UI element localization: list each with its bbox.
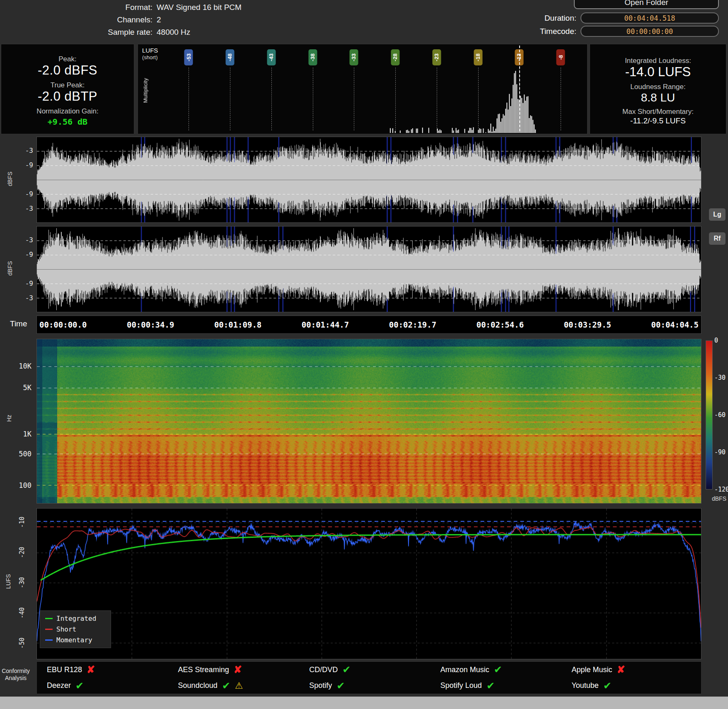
conformity-service-name: AES Streaming: [178, 666, 229, 674]
legend-color-swatch: [45, 639, 53, 641]
time-axis-label: Time: [10, 319, 27, 328]
normalization-gain-value: +9.56 dB: [48, 117, 87, 127]
spec-tick-500: 500: [7, 450, 31, 458]
pass-icon: ✔: [222, 681, 230, 691]
wave-tick: -3: [16, 147, 33, 154]
max-short-momentary-label: Max Short/Momentary:: [622, 108, 694, 116]
duration-label: Duration:: [544, 14, 576, 23]
colorbar-scale: 0 -30 -60 -90 -120: [714, 337, 728, 493]
integrated-loudness-label: Integrated Loudness:: [625, 57, 691, 65]
time-tick: 00:03:29.5: [564, 320, 611, 329]
loudness-range-value: 8.8 LU: [641, 91, 675, 104]
conformity-service-name: Deezer: [47, 681, 71, 690]
max-short-momentary-value: -11.2/-9.5 LUFS: [630, 116, 686, 125]
conformity-item-youtube: Youtube✔: [566, 681, 697, 691]
conformity-item-soundcloud: Soundcloud✔⚠: [172, 681, 304, 691]
conformity-label-line1: Conformity: [2, 668, 30, 675]
duration-display: 00:04:04.518: [580, 12, 719, 24]
lufs-tick: -20: [18, 543, 25, 562]
wave-tick: -9: [16, 190, 33, 198]
fail-icon: ✘: [234, 665, 242, 675]
rf-button[interactable]: Rf: [709, 232, 726, 245]
conformity-service-name: Soundcloud: [178, 681, 218, 690]
conformity-item-amazon-music: Amazon Music✔: [435, 665, 566, 675]
histogram-title-line1: LUFS: [142, 47, 158, 54]
pass-icon: ✔: [75, 681, 84, 691]
wave-tick: -9: [16, 280, 33, 287]
legend-momentary: Momentary: [45, 636, 106, 644]
spec-tick-5k: 5K: [7, 383, 31, 392]
audio-analyzer-window: Format: WAV Signed 16 bit PCM Channels: …: [0, 0, 728, 709]
lg-button[interactable]: Lg: [709, 208, 726, 221]
time-tick: 00:01:09.8: [214, 320, 261, 329]
lufs-tick: -10: [18, 513, 25, 531]
conformity-service-name: EBU R128: [47, 666, 82, 674]
conformity-item-ebu-r128: EBU R128✘: [41, 665, 172, 675]
pass-icon: ✔: [336, 681, 345, 691]
conformity-item-spotify: Spotify✔: [303, 681, 435, 691]
colorbar-tick: -90: [714, 449, 728, 456]
conformity-item-deezer: Deezer✔: [41, 681, 172, 691]
colorbar-tick: 0: [714, 337, 728, 344]
loudness-range-label: Loudness Range:: [630, 83, 685, 91]
spectrogram-canvas[interactable]: [36, 339, 701, 504]
time-tick: 00:00:00.0: [39, 320, 87, 329]
colorbar-tick: -30: [714, 374, 728, 381]
lufs-scale-badge--8: -8: [556, 49, 565, 65]
wave-tick: -9: [16, 161, 33, 169]
lufs-scale-badge--48: -48: [226, 49, 235, 65]
loudness-summary-panel: Integrated Loudness: -14.0 LUFS Loudness…: [590, 44, 726, 134]
format-row: Format: WAV Signed 16 bit PCM: [0, 1, 242, 14]
samplerate-row: Sample rate: 48000 Hz: [0, 26, 242, 39]
conformity-item-apple-music: Apple Music✘: [566, 665, 697, 675]
conformity-service-name: CD/DVD: [309, 666, 338, 674]
spectrogram-colorbar: [706, 340, 713, 490]
colorbar-unit-label: dBFS: [712, 495, 726, 502]
spec-tick-10k: 10K: [7, 362, 31, 370]
lufs-tick: -50: [18, 634, 25, 652]
time-axis: 00:00:00.000:00:34.900:01:09.800:01:44.7…: [36, 316, 701, 334]
fail-icon: ✘: [87, 665, 95, 675]
wave-tick: -3: [16, 205, 33, 212]
histogram-title: LUFS (short): [142, 47, 158, 61]
legend-color-swatch: [45, 629, 53, 630]
lufs-scale-badge--38: -38: [308, 49, 317, 65]
peak-value: -2.0 dBFS: [38, 63, 97, 77]
lufs-tick: -30: [18, 574, 25, 592]
lufs-scale-badge--28: -28: [391, 49, 400, 65]
true-peak-value: -2.0 dBTP: [38, 89, 97, 104]
legend-color-swatch: [45, 618, 53, 619]
channels-label: Channels:: [0, 14, 152, 26]
loudness-history-canvas[interactable]: [36, 508, 701, 659]
conformity-service-name: Spotify Loud: [440, 681, 482, 690]
time-readouts: Duration: 00:04:04.518 Timecode: 00:00:0…: [540, 12, 719, 39]
lufs-histogram-panel: LUFS (short) Multiplicity -53-48-43-38-3…: [138, 44, 588, 134]
time-tick: 00:02:54.6: [476, 320, 524, 329]
conformity-service-name: Apple Music: [571, 666, 612, 674]
conformity-panel: EBU R128✘Deezer✔AES Streaming✘Soundcloud…: [36, 661, 701, 694]
integrated-loudness-value: -14.0 LUFS: [625, 65, 691, 79]
open-folder-button[interactable]: Open Folder: [574, 0, 719, 9]
header: Format: WAV Signed 16 bit PCM Channels: …: [0, 0, 728, 41]
pass-icon: ✔: [342, 665, 351, 675]
conformity-item-aes-streaming: AES Streaming✘: [172, 665, 304, 675]
spec-tick-1k: 1K: [7, 430, 31, 438]
timecode-display: 00:00:00:00: [580, 26, 719, 37]
format-value: WAV Signed 16 bit PCM: [157, 1, 242, 14]
true-peak-label: True Peak:: [51, 81, 85, 89]
time-tick: 00:01:44.7: [302, 320, 349, 329]
conformity-service-name: Amazon Music: [440, 666, 489, 674]
peak-label: Peak:: [58, 55, 76, 63]
spec-tick-100: 100: [7, 481, 31, 490]
lufs-scale-badge--23: -23: [432, 49, 441, 65]
legend-label: Momentary: [56, 636, 92, 644]
waveform-right-channel[interactable]: [36, 226, 701, 312]
lufs-scale-badge--53: -53: [184, 49, 193, 65]
channels-value: 2: [157, 14, 161, 26]
time-tick: 00:00:34.9: [127, 320, 174, 329]
peak-panel: Peak: -2.0 dBFS True Peak: -2.0 dBTP Nor…: [1, 44, 134, 134]
timecode-label: Timecode:: [540, 27, 576, 36]
wave-tick: -3: [16, 294, 33, 302]
waveform-left-channel[interactable]: [36, 137, 701, 223]
bottom-bar: [0, 697, 728, 709]
